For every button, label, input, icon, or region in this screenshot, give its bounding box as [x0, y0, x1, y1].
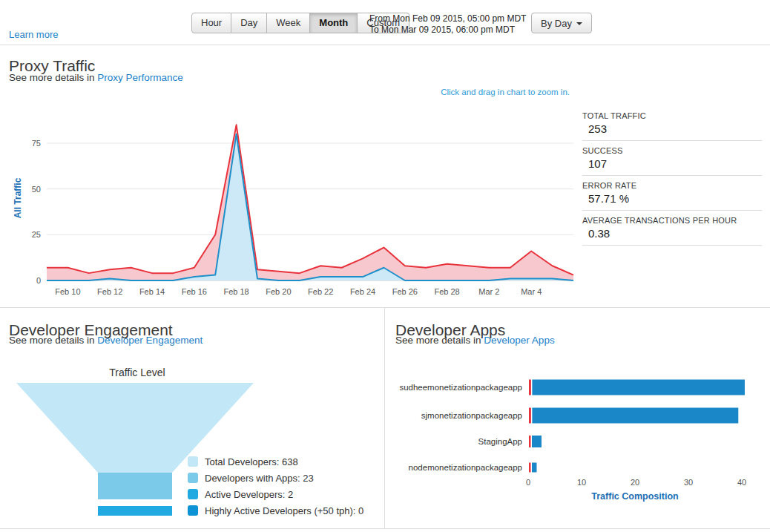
stat-value: 107 [582, 155, 762, 175]
range-button-month[interactable]: Month [310, 13, 358, 33]
stat-error-rate: ERROR RATE57.71 % [582, 181, 762, 211]
proxy-performance-link[interactable]: Proxy Performance [97, 72, 183, 83]
range-button-day[interactable]: Day [231, 13, 267, 33]
granularity-label: By Day [541, 18, 572, 29]
developer-apps-details: See more details in Developer Apps [395, 335, 555, 346]
vertical-divider [384, 307, 385, 529]
svg-text:Feb 14: Feb 14 [139, 287, 165, 296]
svg-text:20: 20 [631, 478, 639, 487]
svg-text:Feb 22: Feb 22 [308, 287, 333, 296]
legend-swatch-icon [188, 489, 198, 499]
stat-success: SUCCESS107 [582, 146, 762, 176]
svg-text:30: 30 [684, 478, 693, 487]
bottom-divider [0, 528, 770, 529]
svg-text:25: 25 [32, 230, 41, 239]
proxy-traffic-details: See more details in Proxy Performance [9, 72, 183, 83]
legend-label: Active Developers: 2 [205, 489, 293, 500]
stat-label: SUCCESS [582, 146, 762, 155]
svg-text:Feb 20: Feb 20 [266, 287, 291, 296]
stat-total-traffic: TOTAL TRAFFIC253 [582, 111, 762, 141]
svg-text:Feb 26: Feb 26 [392, 287, 418, 296]
developer-engagement-link[interactable]: Developer Engagement [97, 335, 203, 346]
proxy-traffic-chart[interactable]: 0255075Feb 10Feb 12Feb 14Feb 16Feb 18Feb… [11, 105, 582, 300]
svg-text:StagingApp: StagingApp [478, 437, 522, 446]
stat-value: 253 [582, 120, 762, 140]
learn-more-link[interactable]: Learn more [9, 29, 58, 40]
analytics-dashboard: Learn more HourDayWeekMonthCustom From M… [0, 0, 770, 532]
svg-text:nodemonetizationpackageapp: nodemonetizationpackageapp [409, 463, 522, 472]
funnel-legend-item: Total Developers: 638 [188, 453, 363, 470]
legend-swatch-icon [188, 473, 198, 483]
svg-text:10: 10 [577, 478, 586, 487]
chevron-down-icon [576, 22, 582, 25]
zoom-hint: Click and drag in chart to zoom in. [356, 88, 570, 96]
developer-engagement-details: See more details in Developer Engagement [9, 335, 203, 346]
legend-label: Total Developers: 638 [205, 456, 298, 467]
developer-apps-link[interactable]: Developer Apps [484, 335, 554, 346]
date-from-label: From Mon Feb 09 2015, 05:00 pm MDT [369, 13, 526, 24]
range-button-hour[interactable]: Hour [191, 13, 231, 33]
range-button-week[interactable]: Week [267, 13, 310, 33]
stat-label: AVERAGE TRANSACTIONS PER HOUR [582, 216, 762, 225]
legend-label: Developers with Apps: 23 [205, 473, 314, 484]
developer-apps-bar-chart[interactable]: sudheemonetizationpackageappsjmonetizati… [393, 365, 768, 510]
granularity-dropdown[interactable]: By Day [531, 13, 592, 33]
svg-text:Feb 16: Feb 16 [182, 287, 207, 296]
header-divider [0, 45, 770, 45]
stat-value: 57.71 % [582, 190, 762, 210]
svg-text:sudheemonetizationpackageapp: sudheemonetizationpackageapp [399, 383, 522, 392]
stat-label: ERROR RATE [582, 181, 762, 190]
details-prefix: See more details in [9, 335, 95, 346]
svg-text:Feb 24: Feb 24 [350, 287, 375, 296]
svg-text:Traffic Composition: Traffic Composition [591, 491, 678, 502]
legend-label: Highly Active Developers (+50 tph): 0 [205, 505, 363, 516]
traffic-stats-panel: TOTAL TRAFFIC253SUCCESS107ERROR RATE57.7… [582, 111, 762, 251]
legend-swatch-icon [188, 505, 198, 516]
date-to-label: To Mon Mar 09 2015, 06:00 pm MDT [369, 24, 526, 36]
details-prefix: See more details in [9, 72, 95, 83]
stat-value: 0.38 [582, 225, 762, 245]
svg-text:0: 0 [526, 478, 530, 487]
funnel-chart-title: Traffic Level [11, 367, 263, 378]
svg-text:40: 40 [737, 478, 746, 487]
legend-swatch-icon [188, 456, 198, 467]
svg-text:Mar 4: Mar 4 [521, 287, 542, 296]
funnel-legend-item: Developers with Apps: 23 [188, 470, 363, 486]
svg-text:50: 50 [32, 185, 41, 194]
svg-text:Feb 18: Feb 18 [223, 287, 249, 296]
funnel-legend-item: Highly Active Developers (+50 tph): 0 [188, 502, 363, 519]
svg-text:Feb 28: Feb 28 [434, 287, 459, 296]
stat-label: TOTAL TRAFFIC [582, 111, 762, 120]
svg-text:Feb 12: Feb 12 [97, 287, 122, 296]
funnel-legend-item: Active Developers: 2 [188, 486, 363, 502]
svg-text:0: 0 [36, 276, 41, 285]
svg-text:sjmonetizationpackageapp: sjmonetizationpackageapp [421, 411, 522, 420]
svg-text:All Traffic: All Traffic [13, 177, 23, 218]
svg-text:Mar 2: Mar 2 [478, 287, 499, 296]
svg-text:Feb 10: Feb 10 [55, 287, 80, 296]
details-prefix: See more details in [395, 335, 481, 346]
date-range: From Mon Feb 09 2015, 05:00 pm MDT To Mo… [369, 13, 526, 36]
svg-text:75: 75 [32, 139, 41, 148]
section-divider [0, 307, 770, 308]
funnel-legend: Total Developers: 638Developers with App… [188, 453, 363, 519]
stat-average-transactions-per-hour: AVERAGE TRANSACTIONS PER HOUR0.38 [582, 216, 762, 246]
